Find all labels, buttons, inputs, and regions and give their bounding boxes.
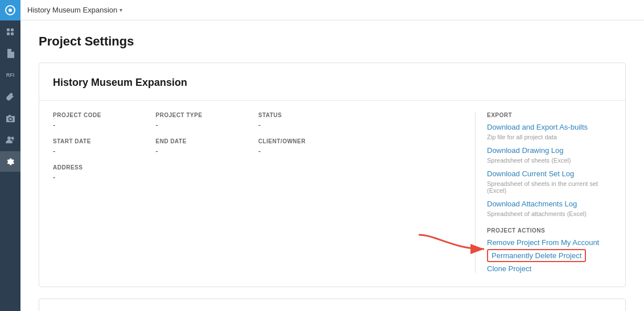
export-as-builts-link[interactable]: Download and Export As-builts: [487, 123, 612, 131]
project-actions-section: PROJECT ACTIONS Remove Project From My A…: [487, 227, 612, 273]
project-code-group: PROJECT CODE -: [53, 112, 156, 129]
export-actions-col: EXPORT Download and Export As-builts Zip…: [475, 112, 612, 273]
card-divider: [39, 100, 625, 101]
topbar: History Museum Expansion ▾: [20, 0, 644, 20]
project-breadcrumb: History Museum Expansion ▾: [27, 6, 122, 14]
svg-rect-11: [9, 115, 11, 117]
clone-project-link[interactable]: Clone Project: [487, 264, 612, 273]
status-group: STATUS -: [258, 112, 361, 129]
start-date-value: -: [53, 147, 156, 155]
project-type-value: -: [156, 121, 259, 129]
address-value: -: [53, 173, 156, 181]
sidebar-item-documents[interactable]: [0, 43, 20, 64]
sidebar-item-photos[interactable]: [0, 108, 20, 128]
end-date-value: -: [156, 147, 259, 155]
fields-row-2: START DATE - END DATE - CLIENT/OWNER -: [53, 138, 464, 155]
delete-project-wrapper: Permanently Delete Project: [487, 249, 612, 262]
sidebar-item-home[interactable]: [0, 22, 20, 42]
sidebar-item-team[interactable]: [0, 130, 20, 150]
svg-rect-6: [8, 53, 13, 53]
project-code-value: -: [53, 121, 156, 129]
export-as-builts-sublabel: Zip file for all project data: [487, 134, 612, 140]
breadcrumb-chevron[interactable]: ▾: [119, 7, 122, 13]
sidebar: RFI: [0, 0, 20, 311]
export-label: EXPORT: [487, 112, 612, 118]
end-date-group: END DATE -: [156, 138, 259, 155]
svg-rect-2: [7, 28, 10, 31]
project-details-row: PROJECT CODE - PROJECT TYPE - STATUS -: [53, 112, 612, 273]
status-value: -: [258, 121, 361, 129]
sidebar-item-rfi[interactable]: RFI: [0, 65, 20, 85]
actions-label: PROJECT ACTIONS: [487, 227, 612, 234]
project-info-card: History Museum Expansion PROJECT CODE - …: [39, 63, 626, 287]
export-attachments-link[interactable]: Download Attachments Log: [487, 200, 612, 208]
address-group: ADDRESS -: [53, 164, 156, 181]
main-content: History Museum Expansion ▾ Project Setti…: [20, 0, 644, 311]
page-content: Project Settings History Museum Expansio…: [20, 20, 644, 311]
project-type-label: PROJECT TYPE: [156, 112, 259, 118]
svg-point-14: [11, 137, 14, 140]
client-value: -: [258, 147, 361, 155]
svg-point-1: [9, 9, 12, 12]
project-title: History Museum Expansion: [27, 6, 117, 14]
app-logo[interactable]: [0, 0, 20, 20]
remove-project-link[interactable]: Remove Project From My Account: [487, 238, 612, 247]
sidebar-item-settings[interactable]: [0, 151, 20, 172]
export-section: EXPORT Download and Export As-builts Zip…: [487, 112, 612, 221]
export-current-set-sublabel: Spreadsheet of sheets in the current set…: [487, 180, 612, 194]
sidebar-item-attachments[interactable]: [0, 86, 20, 107]
project-fields: PROJECT CODE - PROJECT TYPE - STATUS -: [53, 112, 464, 273]
start-date-label: START DATE: [53, 138, 156, 144]
comments-card: COMMENTS POST: [39, 298, 626, 311]
export-drawing-log-link[interactable]: Download Drawing Log: [487, 146, 612, 155]
svg-point-12: [13, 117, 14, 118]
svg-rect-3: [11, 28, 14, 31]
svg-rect-8: [8, 55, 11, 56]
project-name: History Museum Expansion: [53, 77, 612, 89]
page-title: Project Settings: [39, 34, 626, 49]
address-label: ADDRESS: [53, 164, 156, 171]
end-date-label: END DATE: [156, 138, 259, 144]
fields-row-1: PROJECT CODE - PROJECT TYPE - STATUS -: [53, 112, 464, 129]
fields-row-3: ADDRESS -: [53, 164, 464, 181]
export-attachments-sublabel: Spreadsheet of attachments (Excel): [487, 210, 612, 217]
client-label: CLIENT/OWNER: [258, 138, 361, 144]
project-code-label: PROJECT CODE: [53, 112, 156, 118]
client-group: CLIENT/OWNER -: [258, 138, 361, 155]
status-label: STATUS: [258, 112, 361, 118]
svg-point-13: [7, 136, 11, 140]
svg-rect-4: [7, 32, 10, 35]
permanently-delete-project-link[interactable]: Permanently Delete Project: [487, 249, 586, 262]
svg-rect-5: [11, 32, 14, 35]
project-type-group: PROJECT TYPE -: [156, 112, 259, 129]
export-current-set-link[interactable]: Download Current Set Log: [487, 169, 612, 178]
svg-rect-7: [8, 54, 13, 55]
start-date-group: START DATE -: [53, 138, 156, 155]
export-drawing-log-sublabel: Spreadsheet of sheets (Excel): [487, 157, 612, 164]
